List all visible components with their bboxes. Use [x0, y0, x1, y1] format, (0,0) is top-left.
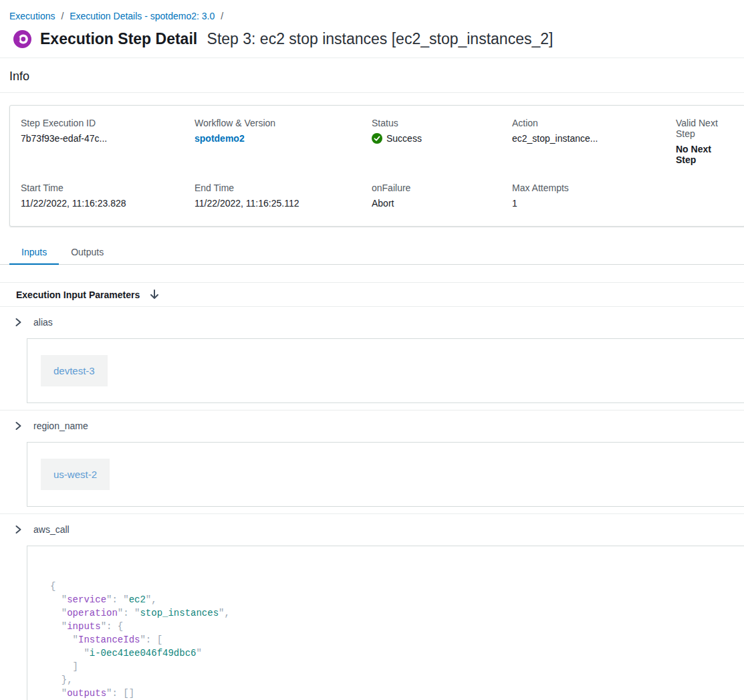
field-value: 7b73f93e-edaf-47c... [21, 133, 195, 144]
execution-step-detail-page: Executions / Execution Details - spotdem… [0, 0, 744, 700]
status-success-icon [372, 133, 382, 144]
field-value: No Next Step [676, 144, 734, 165]
param-name-aws-call: aws_call [33, 524, 70, 535]
field-workflow-version: Workflow & Version spotdemo2 [195, 118, 372, 165]
page-header: Execution Step Detail Step 3: ec2 stop i… [0, 21, 744, 48]
param-row-aws-call[interactable]: aws_call [0, 514, 744, 544]
chevron-right-icon [15, 318, 22, 327]
field-label: Valid Next Step [676, 118, 734, 139]
field-label: Workflow & Version [195, 118, 372, 128]
breadcrumb-link-execution-details[interactable]: Execution Details - spotdemo2: 3.0 [70, 11, 215, 21]
page-title: Execution Step Detail [40, 30, 197, 47]
tab-outputs[interactable]: Outputs [59, 243, 116, 264]
field-value: Abort [372, 198, 512, 209]
info-card: Step Execution ID 7b73f93e-edaf-47c... W… [9, 105, 744, 227]
info-divider [0, 92, 744, 93]
field-valid-next-step: Valid Next Step No Next Step [676, 118, 734, 165]
workflow-version-link[interactable]: spotdemo2 [195, 133, 372, 144]
breadcrumb-separator: / [61, 11, 64, 21]
page-subtitle: Step 3: ec2 stop instances [ec2_stop_ins… [207, 30, 553, 47]
param-name-alias: alias [33, 317, 53, 328]
field-label: Step Execution ID [21, 118, 195, 128]
chevron-right-icon [15, 525, 22, 534]
breadcrumb: Executions / Execution Details - spotdem… [0, 0, 744, 21]
execution-input-parameters-header: Execution Input Parameters [0, 282, 744, 307]
chevron-right-icon [15, 421, 22, 431]
status-text: Success [386, 133, 422, 144]
param-value-alias: devtest-3 [41, 355, 108, 386]
field-end-time: End Time 11/22/2022, 11:16:25.112 [195, 183, 372, 209]
field-status: Status Success [372, 118, 512, 165]
app-logo-icon [13, 30, 31, 48]
param-row-region-name[interactable]: region_name [0, 411, 744, 440]
field-max-attempts: Max Attempts 1 [512, 183, 676, 209]
param-row-alias[interactable]: alias [0, 307, 744, 336]
tabs: Inputs Outputs [0, 243, 744, 265]
execution-input-parameters-title: Execution Input Parameters [16, 289, 140, 300]
arrow-down-icon[interactable] [149, 289, 160, 300]
field-onfailure: onFailure Abort [372, 183, 512, 209]
field-value: ec2_stop_instance... [512, 133, 676, 144]
field-label: Action [512, 118, 676, 128]
aws-call-json-viewer: { "service": "ec2", "operation": "stop_i… [50, 580, 734, 700]
param-value-region-name: us-west-2 [41, 459, 110, 490]
field-action: Action ec2_stop_instance... [512, 118, 676, 165]
param-value-box-aws-call: { "service": "ec2", "operation": "stop_i… [27, 546, 744, 700]
param-name-region-name: region_name [33, 421, 88, 431]
field-label: Max Attempts [512, 183, 676, 193]
breadcrumb-link-executions[interactable]: Executions [9, 11, 55, 21]
field-label: onFailure [372, 183, 512, 193]
field-label: Status [372, 118, 512, 128]
field-start-time: Start Time 11/22/2022, 11:16:23.828 [21, 183, 195, 209]
field-value: 11/22/2022, 11:16:25.112 [195, 198, 372, 209]
field-value: 11/22/2022, 11:16:23.828 [21, 198, 195, 209]
field-step-execution-id: Step Execution ID 7b73f93e-edaf-47c... [21, 118, 195, 165]
param-value-box-alias: devtest-3 [27, 338, 744, 403]
info-section-title: Info [0, 58, 744, 92]
tab-inputs[interactable]: Inputs [9, 243, 59, 264]
field-value: 1 [512, 198, 676, 209]
field-label: Start Time [21, 183, 195, 193]
breadcrumb-separator: / [221, 11, 223, 21]
param-value-box-region-name: us-west-2 [27, 442, 744, 507]
field-label: End Time [195, 183, 372, 193]
